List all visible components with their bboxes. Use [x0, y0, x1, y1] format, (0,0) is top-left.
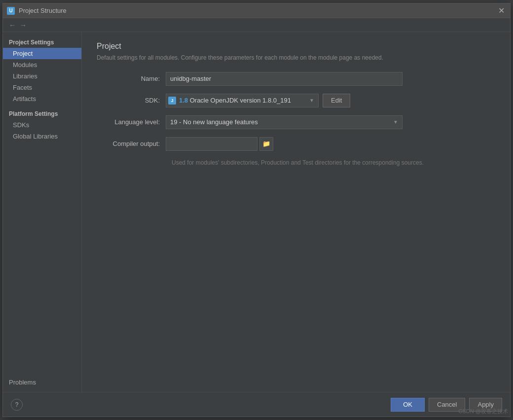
platform-settings-header: Platform Settings [3, 107, 81, 119]
sdk-dropdown[interactable]: J 1.8 Oracle OpenJDK version 1.8.0_191 ▼ [166, 94, 319, 107]
close-button[interactable]: ✕ [496, 6, 506, 16]
sidebar-item-artifacts[interactable]: Artifacts [3, 93, 81, 105]
sidebar-item-global-libraries[interactable]: Global Libraries [3, 131, 81, 142]
folder-browse-button[interactable]: 📁 [259, 137, 273, 151]
sdk-row: SDK: J 1.8 Oracle OpenJDK version 1.8.0_… [97, 94, 495, 107]
title-bar: U Project Structure ✕ [3, 3, 510, 18]
back-button[interactable]: ← [7, 20, 18, 31]
folder-icon: 📁 [262, 140, 270, 147]
name-row: Name: [97, 72, 495, 86]
compiler-output-controls: 📁 [166, 137, 273, 151]
sdk-edit-button[interactable]: Edit [323, 94, 350, 107]
app-icon: U [7, 7, 15, 15]
sidebar-item-libraries[interactable]: Libraries [3, 70, 81, 82]
dialog-title: Project Structure [19, 7, 496, 14]
sidebar-item-modules[interactable]: Modules [3, 59, 81, 70]
sidebar-item-problems[interactable]: Problems [3, 377, 81, 388]
watermark: CSDN @攻客之技术 [459, 408, 508, 415]
sdk-dropdown-arrow: ▼ [309, 98, 316, 103]
sidebar-bottom: Problems [3, 373, 81, 392]
nav-bar: ← → [3, 18, 510, 32]
bottom-bar: ? OK Cancel Apply [3, 392, 510, 417]
panel-title: Project [97, 42, 495, 51]
help-button[interactable]: ? [11, 399, 23, 411]
compiler-output-note: Used for modules' subdirectories, Produc… [172, 159, 495, 167]
project-settings-header: Project Settings [3, 36, 81, 48]
language-level-label: Language level: [97, 118, 166, 126]
sidebar: Project Settings Project Modules Librari… [3, 32, 82, 392]
language-level-row: Language level: 19 - No new language fea… [97, 115, 495, 129]
language-level-value: 19 - No new language features [170, 118, 393, 126]
forward-button[interactable]: → [18, 20, 29, 31]
content-area: Project Settings Project Modules Librari… [3, 32, 510, 392]
language-level-dropdown[interactable]: 19 - No new language features ▼ [166, 115, 403, 129]
sdk-java-icon: J [168, 97, 176, 105]
project-structure-dialog: U Project Structure ✕ ← → Project Settin… [2, 3, 511, 417]
sidebar-item-sdks[interactable]: SDKs [3, 119, 81, 131]
sdk-version-text: 1.8 Oracle OpenJDK version 1.8.0_191 [179, 97, 309, 104]
sidebar-item-project[interactable]: Project [3, 48, 81, 59]
language-level-arrow: ▼ [393, 119, 398, 125]
compiler-output-label: Compiler output: [97, 140, 166, 147]
panel-description: Default settings for all modules. Config… [97, 54, 495, 62]
compiler-output-row: Compiler output: 📁 [97, 137, 495, 151]
sdk-controls: J 1.8 Oracle OpenJDK version 1.8.0_191 ▼… [166, 94, 350, 107]
ok-button[interactable]: OK [391, 398, 425, 412]
compiler-output-input[interactable] [166, 137, 257, 151]
sidebar-item-facets[interactable]: Facets [3, 82, 81, 93]
name-label: Name: [97, 75, 166, 82]
main-panel: Project Default settings for all modules… [82, 32, 510, 392]
name-input[interactable] [166, 72, 403, 86]
sdk-label: SDK: [97, 97, 166, 104]
